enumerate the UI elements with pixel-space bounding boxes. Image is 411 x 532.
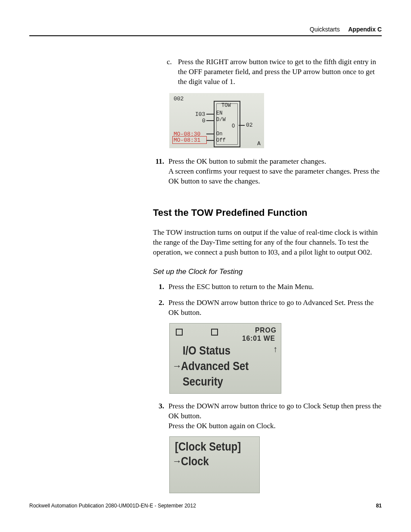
shot1-on: On (216, 131, 222, 137)
shot1-dw: D/W (216, 117, 226, 123)
header-section: Quickstarts (310, 26, 340, 33)
lcd-advanced-set: PROG 16:01 WE ↑ I/O Status → Advanced Se… (169, 323, 281, 394)
shot1-en: EN (216, 110, 222, 116)
lcd3-line1: Clock (181, 455, 209, 468)
step-num: 11. (153, 157, 164, 187)
lcd2-sq2 (211, 329, 218, 336)
step-num: 1. (153, 282, 164, 292)
lcd2-arrow-icon: → (172, 361, 182, 372)
shot1-off: Off (216, 137, 226, 143)
tow-block-screenshot: 002 I03 0 MO-08:30 MO-08:31 TOW EN D/W O… (169, 93, 264, 148)
lcd2-prog: PROG (255, 326, 277, 335)
shot1-002: 002 (174, 96, 184, 102)
substep-label: c. (167, 57, 174, 87)
step-11-line1: Press the OK button to submit the parame… (168, 157, 382, 167)
footer-publication: Rockwell Automation Publication 2080-UM0… (29, 503, 196, 509)
footer-page-number: 81 (376, 503, 382, 509)
lcd3-title: [Clock Setup] (175, 440, 241, 454)
lcd3-arrow-icon: → (172, 456, 182, 467)
substep-text: Press the RIGHT arrow button twice to ge… (178, 57, 382, 87)
lcd2-sq1 (176, 329, 183, 336)
paragraph-tow-desc: The TOW instruction turns on output if t… (153, 228, 382, 258)
heading-clock-setup: Set up the Clock for Testing (153, 268, 382, 276)
shot1-i03: I03 (195, 111, 205, 118)
heading-test-tow: Test the TOW Predefined Function (153, 207, 382, 218)
lcd-clock-setup: [Clock Setup] → Clock (169, 436, 260, 493)
shot1-block: TOW EN D/W O On Off (214, 101, 240, 147)
shot1-redbox (172, 136, 207, 144)
step-3: 3. Press the DOWN arrow button thrice to… (153, 401, 382, 431)
page-header: Quickstarts Appendix C (29, 26, 382, 36)
step-num: 3. (153, 401, 164, 431)
lcd2-line1: I/O Status (183, 344, 230, 358)
lcd2-line2: Advanced Set (181, 360, 249, 373)
step-3-text: Press the DOWN arrow button thrice to go… (168, 401, 382, 421)
lcd2-line3: Security (183, 375, 223, 389)
substep-c: c. Press the RIGHT arrow button twice to… (167, 57, 382, 87)
shot1-zero: 0 (202, 118, 206, 124)
lcd2-time: 16:01 WE (242, 334, 275, 343)
step-1-text: Press the ESC button to return to the Ma… (168, 282, 314, 292)
step-11: 11. Press the OK button to submit the pa… (153, 157, 382, 187)
step-1: 1. Press the ESC button to return to the… (153, 282, 382, 292)
step-num: 2. (153, 298, 164, 318)
shot1-a: A (257, 140, 261, 147)
header-appendix: Appendix C (348, 26, 382, 33)
step-2-text: Press the DOWN arrow button thrice to go… (168, 298, 382, 318)
shot1-out: 02 (246, 122, 253, 128)
shot1-tow: TOW (221, 103, 231, 109)
step-3-text2: Press the OK button again on Clock. (168, 421, 382, 431)
step-2: 2. Press the DOWN arrow button thrice to… (153, 298, 382, 318)
shot1-o: O (232, 123, 235, 129)
step-11-line2: A screen confirms your request to save t… (168, 167, 382, 187)
lcd2-uparrow-icon: ↑ (273, 344, 277, 354)
page-footer: Rockwell Automation Publication 2080-UM0… (29, 503, 382, 509)
